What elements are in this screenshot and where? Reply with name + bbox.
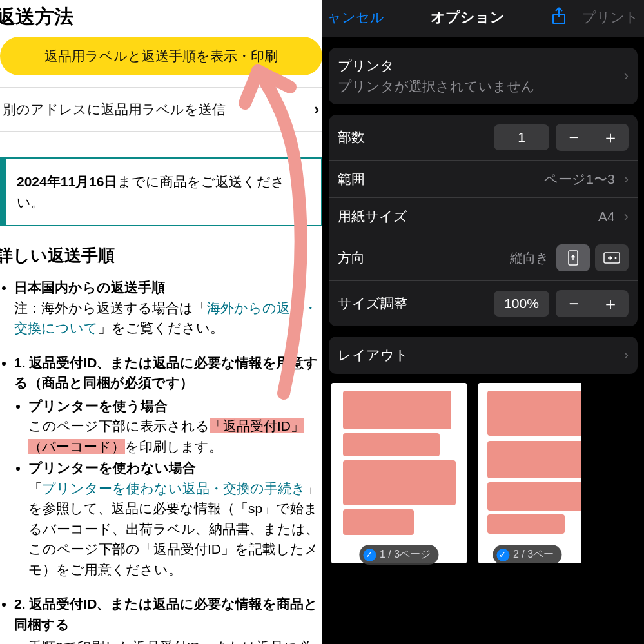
return-deadline-notice: 2024年11月16日までに商品をご返送ください。 (0, 157, 322, 226)
check-icon: ✓ (363, 549, 376, 561)
copies-plus-button[interactable]: ＋ (592, 124, 629, 151)
svg-point-3 (615, 257, 617, 259)
page-2-badge: ✓ 2 / 3ペー (493, 545, 561, 563)
print-button[interactable]: プリント (582, 8, 639, 26)
send-label-text: 別のアドレスに返品用ラベルを送信 (3, 101, 226, 119)
share-icon[interactable] (551, 6, 567, 28)
chevron-right-icon: › (624, 68, 629, 84)
printer-case-text: このページ下部に表示される「返品受付ID」（バーコード）を印刷します。 (28, 418, 304, 454)
orientation-row: 方向 縦向き (329, 235, 638, 281)
overseas-note: 注：海外から返送する場合は「海外からの返品・交換について」をご覧ください。 (14, 300, 317, 336)
page-thumbnails[interactable]: ✓ 1 / 3ページ ✓ 2 / 3ペー (322, 374, 645, 644)
page-1-badge: ✓ 1 / 3ページ (359, 545, 438, 565)
scale-minus-button[interactable]: − (556, 290, 592, 317)
domestic-heading: 日本国内からの返送手順 (14, 280, 165, 295)
deadline-date: 2024年11月16日 (17, 174, 117, 189)
layout-row[interactable]: レイアウト › (329, 337, 638, 374)
range-value: ページ1〜3 (544, 170, 614, 188)
printer-row[interactable]: プリンタ プリンタが選択されていません › (329, 48, 638, 104)
layout-label: レイアウト (338, 346, 409, 364)
options-title: オプション (431, 8, 505, 27)
chevron-right-icon: › (624, 208, 629, 225)
printer-value: プリンタが選択されていません (338, 77, 535, 95)
scale-stepper: − ＋ (556, 290, 629, 317)
scale-row: サイズ調整 100% − ＋ (329, 281, 638, 326)
show-print-label-button[interactable]: 返品用ラベルと返送手順を表示・印刷 (0, 37, 322, 75)
paper-size-row[interactable]: 用紙サイズ A4› (329, 198, 638, 235)
paper-size-value: A4 (598, 209, 615, 224)
layout-group: レイアウト › (329, 337, 638, 374)
check-icon: ✓ (496, 549, 509, 561)
orientation-label: 方向 (338, 249, 365, 267)
printer-case-heading: プリンターを使う場合 (28, 398, 168, 413)
orientation-value: 縦向き (510, 249, 549, 267)
detailed-steps-heading: 詳しい返送手順 (0, 244, 322, 267)
copies-value[interactable]: 1 (494, 124, 549, 150)
send-label-to-address-row[interactable]: 別のアドレスに返品用ラベルを送信 › (0, 87, 322, 132)
noprinter-case-heading: プリンターを使わない場合 (28, 460, 196, 475)
scale-plus-button[interactable]: ＋ (592, 290, 629, 317)
printer-group: プリンタ プリンタが選択されていません › (329, 48, 638, 104)
noprinter-case-text: 「プリンターを使わない返品・交換の手続き」を参照して、返品に必要な情報（「sp」… (28, 481, 319, 577)
print-options-panel: ャンセル オプション プリント プリンタ プリンタが選択されていません › 部数… (322, 0, 645, 644)
print-settings-group: 部数 1 − ＋ 範囲 ページ1〜3› 用紙サイズ A4› 方向 縦向き (329, 115, 638, 326)
cancel-button[interactable]: ャンセル (327, 8, 384, 26)
chevron-right-icon: › (314, 99, 320, 119)
range-label: 範囲 (338, 170, 365, 188)
noprinter-procedure-link[interactable]: プリンターを使わない返品・交換の手続き (42, 481, 306, 496)
scale-value[interactable]: 100% (494, 291, 549, 317)
copies-minus-button[interactable]: − (556, 124, 592, 151)
page-thumbnail-2[interactable]: ✓ 2 / 3ペー (478, 383, 581, 563)
copies-stepper: − ＋ (556, 124, 629, 151)
chevron-right-icon: › (624, 171, 629, 188)
return-instructions-panel: 返送方法 返品用ラベルと返送手順を表示・印刷 別のアドレスに返品用ラベルを送信 … (0, 0, 322, 644)
steps-list: 日本国内からの返送手順 注：海外から返送する場合は「海外からの返品・交換について… (0, 277, 322, 644)
paper-size-label: 用紙サイズ (338, 208, 407, 226)
scale-label: サイズ調整 (338, 295, 407, 313)
step2-text: 手順2で印刷した返品受付ID、または返品に必 (28, 637, 322, 644)
page-title: 返送方法 (0, 0, 322, 37)
printer-label: プリンタ (338, 57, 395, 75)
page-thumbnail-1[interactable]: ✓ 1 / 3ページ (331, 383, 467, 563)
chevron-right-icon: › (624, 347, 629, 364)
orientation-landscape-button[interactable] (595, 244, 629, 271)
copies-label: 部数 (338, 128, 365, 146)
step2-heading: 2. 返品受付ID、または返品に必要な情報を商品と同梱する (14, 596, 318, 632)
step1-heading: 1. 返品受付ID、または返品に必要な情報を用意する（商品と同梱が必須です） (14, 355, 318, 391)
nav-bar: ャンセル オプション プリント (322, 0, 645, 37)
orientation-portrait-button[interactable] (556, 244, 590, 271)
copies-row: 部数 1 − ＋ (329, 115, 638, 161)
range-row[interactable]: 範囲 ページ1〜3› (329, 161, 638, 198)
